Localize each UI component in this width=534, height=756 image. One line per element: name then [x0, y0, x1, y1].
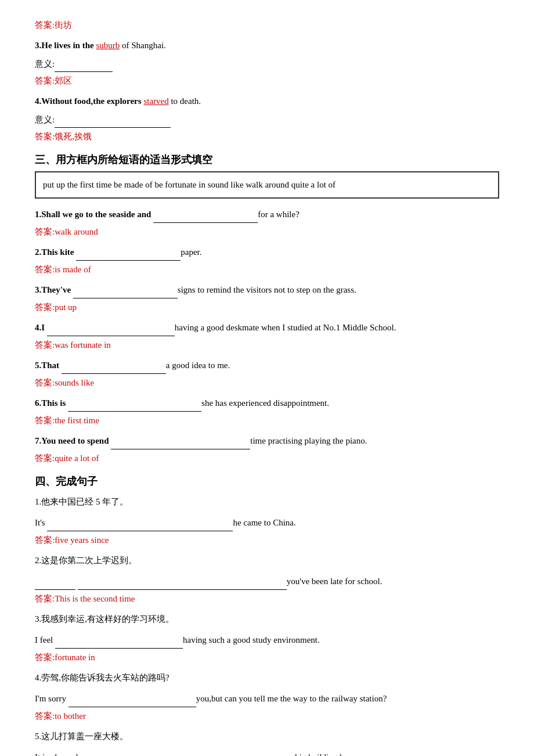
s4-q4-blank	[68, 698, 196, 707]
s3-a5-val: sounds like	[55, 378, 94, 387]
s4-a2: 答案:This is the second time	[35, 591, 499, 607]
s4-q5-chinese: 5.这儿打算盖一座大楼。	[35, 728, 499, 745]
s3-q6-after: she has experienced disappointment.	[201, 398, 329, 408]
s4-q3-english: I feel having such a good study environm…	[35, 631, 499, 649]
s4-q5-before: It is planned	[35, 753, 80, 756]
s3-q5-before: 5.That	[35, 361, 62, 370]
s4-q3-blank	[55, 639, 183, 649]
s4-q1-chinese: 1.他来中国已经 5 年了。	[35, 493, 499, 510]
s4-a2-label: 答案:	[35, 594, 55, 603]
s4-q1-after: he came to China.	[233, 518, 295, 527]
top-answer-3: 答案:饿死,挨饿	[35, 129, 499, 145]
s4-q2-english: you've been late for school.	[35, 573, 499, 590]
s3-a1-label: 答案:	[35, 227, 55, 236]
q-starved-before: 4.Without food,the explorers	[35, 96, 143, 106]
s3-a4: 答案:was fortunate in	[35, 337, 499, 353]
s4-q3-before: I feel	[35, 635, 55, 645]
s4-q2-chinese: 2.这是你第二次上学迟到。	[35, 552, 499, 569]
q-starved-after: to death.	[169, 96, 201, 106]
q-suburb-before: 3.He lives in the	[35, 41, 96, 50]
s4-q3-after: having such a good study environment.	[183, 635, 320, 645]
s3-q1-before: 1.Shall we go to the seaside and	[35, 210, 153, 219]
s4-q4-before: I'm sorry	[35, 694, 68, 703]
s4-q2-blank-main	[78, 581, 287, 590]
s3-q4-before: 4.I	[35, 323, 47, 332]
meaning-blank-2	[55, 63, 113, 72]
s4-q3-chinese: 3.我感到幸运,有这样好的学习环境。	[35, 610, 499, 628]
answer-1: 街坊	[55, 20, 72, 30]
question-starved: 4.Without food,the explorers starved to …	[35, 92, 499, 110]
answer-label-2: 答案:	[35, 76, 55, 85]
s4-q5-after: a big building here.	[289, 753, 357, 756]
s4-a4-label: 答案:	[35, 711, 55, 721]
s3-a6-label: 答案:	[35, 416, 55, 425]
s3-a6-val: the first time	[55, 416, 99, 425]
q-suburb-after: of Shanghai.	[120, 41, 166, 50]
s3-a2: 答案:is made of	[35, 262, 499, 278]
s3-a3-val: put up	[55, 303, 77, 312]
question-suburb: 3.He lives in the suburb of Shanghai.	[35, 37, 499, 54]
phrase-box: put up the first time be made of be fort…	[35, 171, 499, 199]
s3-a4-label: 答案:	[35, 340, 55, 350]
s3-a2-label: 答案:	[35, 265, 55, 274]
s3-q7-blank	[111, 440, 250, 449]
s3-a7-label: 答案:	[35, 453, 55, 463]
q-suburb-word: suburb	[96, 41, 120, 50]
s4-a1-label: 答案:	[35, 535, 55, 545]
s3-q4-blank	[47, 327, 175, 336]
s3-q7: 7.You need to spend time practising play…	[35, 432, 499, 449]
answer-3: 饿死,挨饿	[55, 132, 92, 141]
s4-q4-chinese: 4.劳驾,你能告诉我去火车站的路吗?	[35, 669, 499, 686]
s4-a2-val: This is the second time	[55, 594, 135, 603]
s4-a3-val: fortunate in	[55, 653, 95, 662]
s4-q4-english: I'm sorry you,but can you tell me the wa…	[35, 690, 499, 707]
q-starved-word: starved	[143, 96, 168, 106]
s4-q1-english: It's he came to China.	[35, 514, 499, 531]
s3-q7-after: time practising playing the piano.	[250, 436, 367, 445]
answer-2: 郊区	[55, 76, 72, 85]
top-answer-1: 答案:街坊	[35, 17, 499, 33]
s4-a4: 答案:to bother	[35, 708, 499, 724]
s4-a1-val: five years since	[55, 535, 109, 545]
s3-q6: 6.This is she has experienced disappoint…	[35, 394, 499, 412]
s3-q1: 1.Shall we go to the seaside and for a w…	[35, 206, 499, 223]
s3-q2-before: 2.This kite	[35, 247, 76, 257]
s3-q5-after: a good idea to me.	[166, 361, 230, 370]
s3-a1-val: walk around	[55, 227, 98, 236]
s4-a3: 答案:fortunate in	[35, 650, 499, 665]
section3-title: 三、用方框内所给短语的适当形式填空	[35, 153, 499, 167]
s3-a5: 答案:sounds like	[35, 375, 499, 391]
s3-q3: 3.They've signs to remind the visitors n…	[35, 281, 499, 298]
s4-q1-blank	[47, 522, 233, 531]
s4-q4-after: you,but can you tell me the way to the r…	[196, 694, 387, 703]
s4-a4-val: to bother	[55, 711, 86, 721]
s3-a4-val: was fortunate in	[55, 340, 111, 350]
meaning-label-3: 意义:	[35, 115, 55, 124]
s3-a7: 答案:quite a lot of	[35, 451, 499, 466]
s3-a2-val: is made of	[55, 265, 91, 274]
s3-q4-after: having a good deskmate when I studied at…	[175, 323, 396, 332]
meaning-3: 意义:	[35, 112, 499, 128]
s3-q2-after: paper.	[181, 247, 201, 257]
s3-a3-label: 答案:	[35, 303, 55, 312]
s3-q3-before: 3.They've	[35, 285, 73, 294]
s3-q1-after: for a while?	[258, 210, 300, 219]
s3-q1-blank	[153, 214, 258, 223]
s4-a1: 答案:five years since	[35, 532, 499, 548]
meaning-label-2: 意义:	[35, 59, 55, 69]
s3-a7-val: quite a lot of	[55, 453, 99, 463]
s3-a1: 答案:walk around	[35, 224, 499, 240]
s3-q5-blank	[62, 365, 166, 374]
s3-q6-blank	[68, 402, 201, 412]
meaning-blank-3	[55, 118, 171, 128]
s4-a3-label: 答案:	[35, 653, 55, 662]
s3-a5-label: 答案:	[35, 378, 55, 387]
s3-q6-before: 6.This is	[35, 398, 68, 408]
s3-a3: 答案:put up	[35, 300, 499, 315]
answer-label-3: 答案:	[35, 132, 55, 141]
s3-q5: 5.That a good idea to me.	[35, 357, 499, 374]
s3-q2: 2.This kite paper.	[35, 243, 499, 261]
s4-q5-english: It is planned a big building here.	[35, 748, 499, 756]
s3-q3-blank	[73, 289, 178, 298]
s4-q2-after: you've been late for school.	[287, 577, 383, 586]
